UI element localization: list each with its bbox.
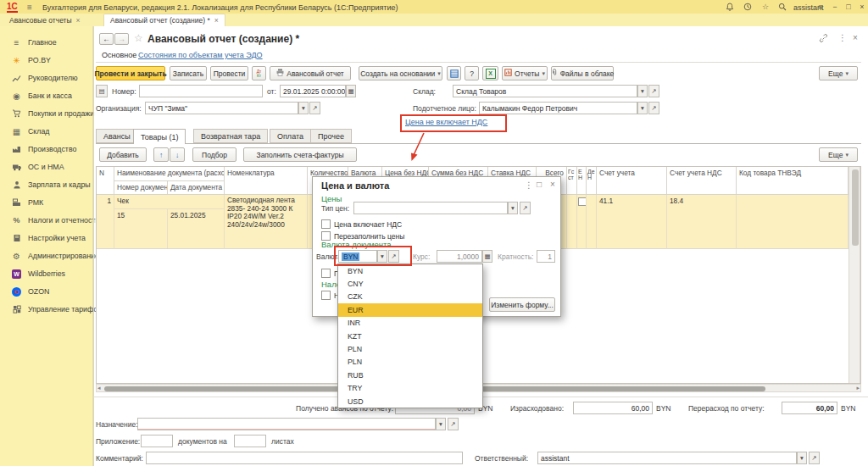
sidebar-item-manager[interactable]: Руководителю (0, 69, 93, 86)
org-open-button[interactable]: ↗ (309, 102, 320, 114)
dropdown-item-pln-2[interactable]: PLN (338, 356, 482, 369)
purpose-open-button[interactable]: ↗ (448, 418, 459, 430)
sidebar-item-administration[interactable]: ⚙Администрирование (0, 247, 93, 264)
price-type-open-button[interactable]: ↗ (520, 202, 531, 214)
number-input[interactable] (139, 85, 263, 97)
spent-input[interactable]: 60,00 (573, 402, 653, 414)
tab-close-icon[interactable]: × (76, 16, 81, 25)
dialog-close-icon[interactable]: × (550, 180, 555, 189)
sidebar-item-warehouse[interactable]: ▦Склад (0, 123, 93, 140)
row-cell-narrow-2[interactable] (577, 195, 587, 249)
dialog-maximize-icon[interactable]: □ (537, 180, 542, 189)
get-link-icon[interactable] (819, 34, 828, 44)
responsible-open-button[interactable]: ↗ (809, 452, 820, 464)
close-icon[interactable]: × (856, 2, 868, 12)
dt-kt-button[interactable]: Дт Кт (252, 66, 266, 80)
sidebar-item-production[interactable]: Производство (0, 141, 93, 158)
sidebar-item-tariff[interactable]: Управление тарифом (0, 301, 93, 318)
sidebar-item-ozon[interactable]: OOZON (0, 283, 93, 300)
warehouse-open-button[interactable]: ↗ (648, 85, 659, 97)
row-cell-doc[interactable]: Чек 15 25.01.2025 (114, 195, 225, 249)
dropdown-item-usd[interactable]: USD (338, 395, 482, 408)
person-input[interactable]: Калымакин Федор Петрович (479, 102, 637, 114)
scroll-right-icon[interactable]: ▸ (856, 385, 860, 391)
excel-button[interactable]: X (482, 66, 498, 80)
window-tab-avansovyj-otchet[interactable]: Авансовый отчет (создание) * × (103, 14, 225, 26)
favorite-star-icon[interactable]: ☆ (134, 32, 143, 44)
tab-oplata[interactable]: Оплата (270, 129, 311, 143)
nav-edo-link[interactable]: Состояния по объектам учета ЭДО (138, 51, 263, 59)
col-account[interactable]: Счет учета (597, 167, 667, 195)
notifications-bell-icon[interactable] (724, 2, 736, 12)
col-tnved[interactable]: Код товара ТНВЭД (737, 167, 849, 195)
price-type-select-button[interactable]: ▾ (508, 202, 518, 214)
dropdown-item-try[interactable]: TRY (338, 382, 482, 395)
price-type-input[interactable] (353, 202, 508, 214)
purpose-input[interactable] (137, 418, 436, 430)
add-row-button[interactable]: Добавить (99, 147, 147, 162)
service-menu-icon[interactable]: ≡ (815, 2, 826, 12)
comment-input[interactable] (146, 452, 463, 464)
responsible-input[interactable]: assistant (537, 452, 797, 464)
row-cell-n[interactable]: 1 (97, 195, 114, 249)
sidebar-item-rmk[interactable]: РМК (0, 194, 93, 211)
org-input[interactable]: ЧУП "Зима" (145, 102, 298, 114)
col-doc-number[interactable]: Номер документа (114, 181, 168, 195)
dropdown-item-kzt[interactable]: KZT (338, 330, 482, 342)
col-n[interactable]: N (97, 167, 114, 195)
dropdown-item-inr[interactable]: INR (338, 317, 482, 330)
col-narrow-2[interactable]: ЕН (577, 167, 587, 195)
post-button[interactable]: Провести (210, 66, 248, 80)
dropdown-item-czk[interactable]: CZK (338, 291, 482, 303)
currency-open-button[interactable]: ↗ (388, 250, 399, 263)
sidebar-item-accounting-settings[interactable]: Настройки учета (0, 230, 93, 247)
checkbox-price-includes-vat[interactable]: Цена включает НДС (321, 219, 402, 229)
table-vscrollbar[interactable] (849, 167, 860, 383)
dialog-more-icon[interactable]: ⋮ (525, 180, 533, 190)
favorites-star-icon[interactable]: ☆ (760, 2, 771, 12)
print-report-button[interactable]: Авансовый отчет (270, 66, 351, 80)
dropdown-item-pln-1[interactable]: PLN (338, 342, 482, 355)
row-cell-tnved[interactable] (737, 195, 849, 249)
history-icon[interactable] (742, 2, 754, 12)
help-button[interactable]: ? (465, 66, 479, 80)
tab-close-icon[interactable]: × (214, 16, 219, 25)
sidebar-item-main[interactable]: ≡Главное (0, 34, 93, 51)
sidebar-item-payroll[interactable]: Зарплата и кадры (0, 176, 93, 193)
sidebar-item-poby[interactable]: ✳PO.BY (0, 52, 93, 69)
row-cell-vat-account[interactable]: 18.4 (667, 195, 737, 249)
overspend-input[interactable]: 60,00 (782, 402, 837, 414)
form-more-icon[interactable]: ⋮ (838, 33, 847, 42)
reports-button[interactable]: Отчеты ▾ (502, 66, 548, 80)
row-cell-narrow-1[interactable] (567, 195, 577, 249)
tab-tovary[interactable]: Товары (1) (133, 129, 186, 144)
currency-input[interactable]: BYN (338, 250, 377, 263)
pick-button[interactable]: Подбор (192, 147, 236, 162)
rate-input[interactable]: 1,0000 (437, 250, 482, 263)
save-button[interactable]: Записать (170, 66, 207, 80)
col-vat-account[interactable]: Счет учета НДС (667, 167, 737, 195)
purpose-select-button[interactable]: ▾ (436, 418, 446, 430)
sidebar-item-wildberries[interactable]: WWildberries (0, 265, 93, 282)
change-form-button[interactable]: Изменить форму... (489, 297, 555, 312)
dropdown-item-rub[interactable]: RUB (338, 369, 482, 381)
row-cell-narrow-3[interactable] (587, 195, 597, 249)
row-cell-nomenclature[interactable]: Светодиодная лента 2835- 240-24 3000 К I… (225, 195, 308, 249)
form-more-button[interactable]: Еще ▾ (819, 66, 858, 80)
row-checkbox[interactable] (578, 197, 587, 206)
responsible-select-button[interactable]: ▾ (797, 452, 807, 464)
vscroll-thumb[interactable] (852, 169, 859, 246)
person-open-button[interactable]: ↗ (648, 102, 659, 114)
dropdown-item-eur[interactable]: EUR (338, 303, 482, 316)
scroll-left-icon[interactable]: ◂ (97, 385, 101, 391)
search-icon[interactable] (776, 2, 788, 12)
back-button[interactable]: ← (99, 33, 114, 45)
minimize-icon[interactable]: − (829, 2, 841, 12)
sidebar-item-purchases-sales[interactable]: Покупки и продажи (0, 105, 93, 122)
attachment-sheets-input[interactable] (234, 435, 266, 447)
col-doc-date[interactable]: Дата документа (168, 181, 225, 195)
move-down-button[interactable]: ↓ (170, 147, 185, 162)
org-select-button[interactable]: ▾ (298, 102, 309, 114)
attachment-docs-input[interactable] (141, 435, 173, 447)
calculator-button[interactable]: ▦ (482, 250, 492, 263)
